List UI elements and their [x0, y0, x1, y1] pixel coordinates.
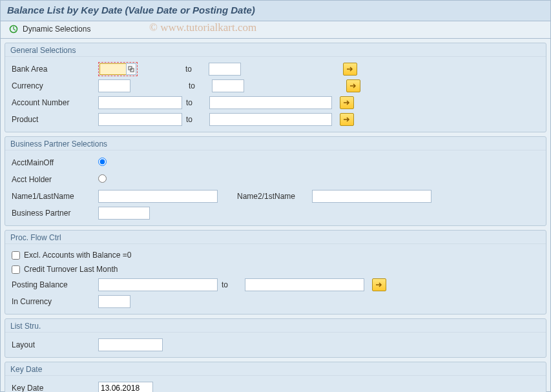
currency-from-input[interactable] — [98, 79, 130, 92]
currency-to-input[interactable] — [212, 79, 244, 92]
label-key-date: Key Date — [10, 384, 94, 392]
acct-main-off-radio[interactable] — [98, 158, 107, 166]
to-label: to — [222, 280, 241, 289]
account-number-to-input[interactable] — [209, 96, 332, 109]
credit-turnover-checkbox[interactable] — [12, 265, 20, 274]
label-acct-holder: Acct Holder — [10, 175, 94, 184]
label-currency: Currency — [10, 81, 94, 90]
sap-window: © www.tutorialkart.com Balance List by K… — [0, 0, 551, 392]
multi-selection-button[interactable] — [372, 278, 386, 291]
key-date-input[interactable] — [98, 382, 153, 392]
product-to-input[interactable] — [209, 113, 332, 126]
label-account-number: Account Number — [10, 98, 94, 107]
group-key-date: Key Date Key Date — [5, 362, 546, 392]
dynamic-selections-label[interactable]: Dynamic Selections — [23, 25, 90, 34]
label-posting-balance: Posting Balance — [10, 280, 94, 289]
posting-balance-to-input[interactable] — [245, 278, 364, 291]
f4-help-button[interactable] — [126, 63, 136, 75]
business-partner-input[interactable] — [98, 207, 150, 220]
label-credit-turnover: Credit Turnover Last Month — [24, 265, 118, 274]
name1-input[interactable] — [98, 190, 218, 203]
label-acct-main-off: AcctMainOff — [10, 158, 94, 167]
page-title: Balance List by Key Date (Value Date or … — [7, 5, 544, 15]
to-label: to — [186, 115, 205, 124]
multi-selection-button[interactable] — [340, 113, 354, 126]
label-name2: Name2/1stName — [237, 192, 308, 201]
label-layout: Layout — [10, 340, 94, 349]
group-list-stru: List Stru. Layout — [5, 318, 546, 358]
account-number-from-input[interactable] — [98, 96, 182, 109]
group-title: Business Partner Selections — [5, 137, 546, 150]
group-title: Proc. Flow Ctrl — [5, 231, 546, 243]
group-title: General Selections — [5, 43, 546, 56]
group-title: List Stru. — [5, 319, 546, 332]
label-business-partner: Business Partner — [10, 209, 94, 218]
label-in-currency: In Currency — [10, 297, 94, 306]
posting-balance-from-input[interactable] — [98, 278, 218, 291]
multi-selection-button[interactable] — [340, 96, 354, 109]
title-bar: Balance List by Key Date (Value Date or … — [1, 1, 550, 21]
multi-selection-button[interactable] — [343, 63, 357, 76]
to-label: to — [185, 65, 205, 74]
group-proc-flow: Proc. Flow Ctrl Excl. Accounts with Bala… — [5, 230, 546, 315]
in-currency-input[interactable] — [98, 295, 130, 308]
to-label: to — [186, 98, 205, 107]
name2-input[interactable] — [312, 190, 431, 203]
group-title: Key Date — [5, 362, 546, 375]
layout-input[interactable] — [98, 338, 163, 351]
focus-indicator — [98, 62, 138, 76]
label-name1: Name1/LastName — [10, 192, 94, 201]
excl-zero-checkbox[interactable] — [12, 251, 20, 260]
group-business-partner: Business Partner Selections AcctMainOff … — [5, 136, 546, 226]
dynamic-selections-icon[interactable] — [8, 24, 19, 34]
label-bank-area: Bank Area — [10, 65, 94, 74]
toolbar: Dynamic Selections — [1, 21, 550, 39]
bank-area-to-input[interactable] — [209, 63, 241, 76]
group-general-selections: General Selections Bank Area to — [5, 43, 546, 132]
label-excl-zero: Excl. Accounts with Balance =0 — [24, 251, 131, 260]
label-product: Product — [10, 115, 94, 124]
bank-area-from-input[interactable] — [99, 63, 127, 75]
product-from-input[interactable] — [98, 113, 182, 126]
to-label: to — [189, 81, 208, 90]
content: General Selections Bank Area to — [1, 39, 550, 392]
acct-holder-radio[interactable] — [98, 174, 107, 183]
multi-selection-button[interactable] — [346, 79, 360, 92]
